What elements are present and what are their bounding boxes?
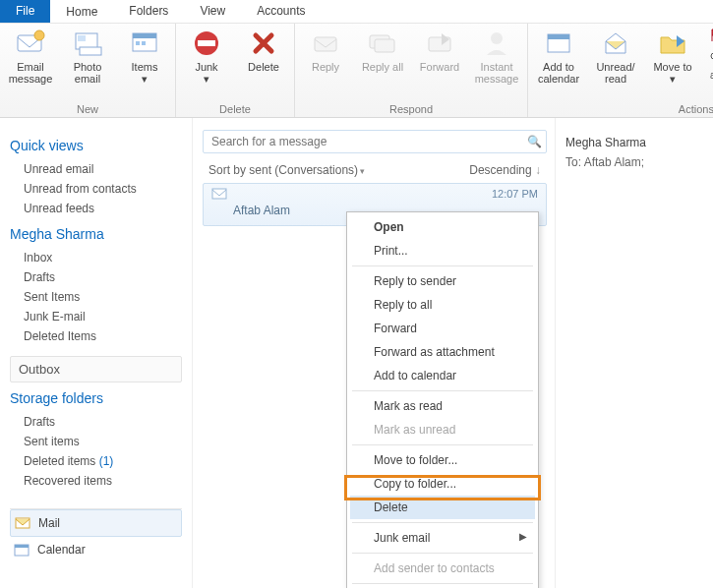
reply-all-icon [367,28,398,59]
svg-rect-7 [136,41,140,45]
ctx-delete[interactable]: Delete [350,496,535,519]
envelope-small-icon [211,188,227,200]
ctx-add-sender[interactable]: Add sender to contacts [350,557,535,580]
person-icon [481,28,512,59]
delete-button[interactable]: Delete [239,28,288,73]
tab-view[interactable]: View [184,0,241,23]
folder-move-icon [657,28,688,59]
ctx-forward[interactable]: Forward [350,317,535,340]
tab-file[interactable]: File [0,0,50,23]
sidebar-item-deleted[interactable]: Deleted Items [10,326,182,346]
group-new-label: New [6,101,169,115]
search-input[interactable] [204,135,522,148]
group-new: Email message Photo email Items▾ New [0,24,176,117]
quick-views-header[interactable]: Quick views [10,138,182,153]
ctx-forward-attachment[interactable]: Forward as attachment [350,340,535,364]
move-to-button[interactable]: Move to▾ [648,28,697,85]
svg-point-15 [491,32,503,44]
unread-read-label: Unread/ read [591,61,640,85]
email-message-label: Email message [6,61,55,85]
sidebar-item-junk[interactable]: Junk E-mail [10,307,182,326]
delete-label: Delete [248,61,279,73]
search-icon[interactable]: 🔍 [522,135,546,148]
sidebar-item-unread-contacts[interactable]: Unread from contacts [10,179,182,199]
account-header[interactable]: Megha Sharma [10,226,182,242]
ctx-add-calendar[interactable]: Add to calendar [350,364,535,387]
tab-home[interactable]: Home [50,0,113,23]
ctx-sep [352,444,533,445]
ctx-mark-read[interactable]: Mark as read [350,394,535,418]
reading-to: To: Aftab Alam; [565,155,703,169]
svg-rect-10 [198,40,215,46]
no-entry-icon [191,28,222,59]
sidebar-item-sf-recovered[interactable]: Recovered items [10,471,182,491]
ctx-move-to[interactable]: Move to folder... [350,448,535,472]
svg-point-1 [34,30,44,40]
ctx-mark-unread[interactable]: Mark as unread [350,418,535,441]
mail-icon [15,516,30,530]
reply-all-label: Reply all [362,61,403,73]
nav-calendar[interactable]: Calendar [10,537,182,562]
instant-message-button[interactable]: Instant message [472,28,521,85]
group-delete-label: Delete [182,101,288,115]
storage-folders-header[interactable]: Storage folders [10,390,182,406]
ctx-copy-to[interactable]: Copy to folder... [350,472,535,496]
reply-icon [310,28,341,59]
sidebar-item-inbox[interactable]: Inbox [10,248,182,267]
reply-button[interactable]: Reply [301,28,350,73]
junk-label: Junk▾ [195,61,217,85]
svg-rect-3 [78,35,86,41]
email-message-button[interactable]: Email message [6,28,55,85]
forward-label: Forward [420,61,459,73]
svg-rect-29 [15,545,29,548]
ctx-reply-all[interactable]: Reply to all [350,293,535,317]
sidebar-item-sf-deleted[interactable]: Deleted items (1) [10,451,182,471]
sort-order-toggle[interactable]: Descending [469,163,541,177]
svg-rect-6 [133,33,156,38]
envelope-open-icon [600,28,631,59]
x-delete-icon [248,28,279,59]
items-button[interactable]: Items▾ [120,28,169,85]
ctx-sep [352,583,533,584]
search-box[interactable]: 🔍 [203,130,547,153]
reading-pane: Megha Sharma To: Aftab Alam; [556,118,713,588]
sidebar-item-sf-sent[interactable]: Sent items [10,432,182,451]
tab-accounts[interactable]: Accounts [241,0,321,23]
sidebar-item-unread-feeds[interactable]: Unread feeds [10,199,182,218]
photo-email-label: Photo email [63,61,112,85]
svg-rect-11 [315,37,336,51]
flag-button[interactable]: Flag [709,28,713,43]
sidebar-item-unread-email[interactable]: Unread email [10,159,182,179]
unread-read-button[interactable]: Unread/ read [591,28,640,85]
ctx-sep [352,265,533,266]
items-label: Items▾ [132,61,158,85]
ctx-sep [352,522,533,523]
ctx-print[interactable]: Print... [350,239,535,263]
photo-email-icon [72,28,103,59]
group-respond-label: Respond [301,101,521,115]
junk-button[interactable]: Junk▾ [182,28,231,85]
svg-rect-30 [212,189,226,199]
photo-email-button[interactable]: Photo email [63,28,112,85]
ctx-junk-email[interactable]: Junk email▶ [350,526,535,550]
sort-by-dropdown[interactable]: Sort by sent (Conversations) [208,163,365,177]
nav-mail-label: Mail [38,516,60,530]
encoding-button[interactable]: a字Encoding ▾ [709,67,713,83]
nav-calendar-label: Calendar [37,543,86,557]
ctx-reply-sender[interactable]: Reply to sender [350,269,535,293]
sidebar-item-sf-drafts[interactable]: Drafts [10,412,182,432]
ctx-open[interactable]: Open [350,215,535,239]
calendar-small-icon [14,543,30,557]
sidebar-item-sent[interactable]: Sent Items [10,287,182,307]
outbox-section[interactable]: Outbox [10,356,182,382]
add-to-calendar-button[interactable]: Add to calendar [534,28,583,85]
forward-button[interactable]: Forward [415,28,464,73]
reply-all-button[interactable]: Reply all [358,28,407,73]
items-icon [129,28,160,59]
tab-folders[interactable]: Folders [113,0,184,23]
nav-mail[interactable]: Mail [10,509,182,537]
envelope-new-icon [15,28,46,59]
sidebar-item-drafts[interactable]: Drafts [10,267,182,287]
svg-rect-4 [80,47,101,55]
watch-button[interactable]: Watch [709,47,713,63]
